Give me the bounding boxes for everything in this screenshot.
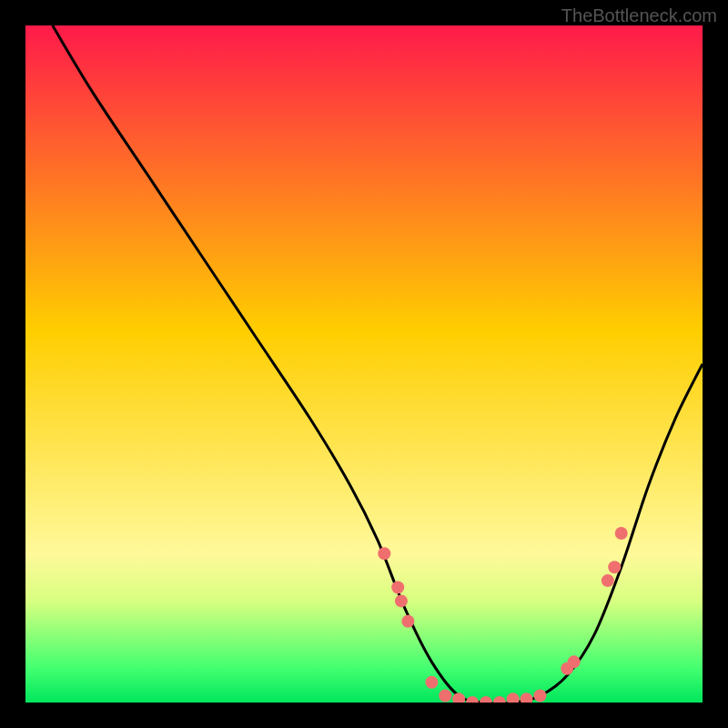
highlight-point xyxy=(395,594,408,607)
highlight-point xyxy=(425,676,438,689)
highlight-point xyxy=(615,527,628,540)
highlight-point xyxy=(401,615,414,628)
highlight-point xyxy=(378,547,390,560)
plot-area xyxy=(25,25,703,703)
watermark-text: TheBottleneck.com xyxy=(561,5,717,26)
highlight-point xyxy=(608,561,621,573)
highlight-point xyxy=(602,574,614,587)
highlight-point xyxy=(391,581,404,594)
gradient-background xyxy=(25,25,703,703)
chart-container: TheBottleneck.com xyxy=(0,0,728,728)
highlight-point xyxy=(439,690,451,703)
highlight-point xyxy=(568,655,581,668)
chart-svg xyxy=(25,25,703,703)
highlight-point xyxy=(533,690,546,703)
